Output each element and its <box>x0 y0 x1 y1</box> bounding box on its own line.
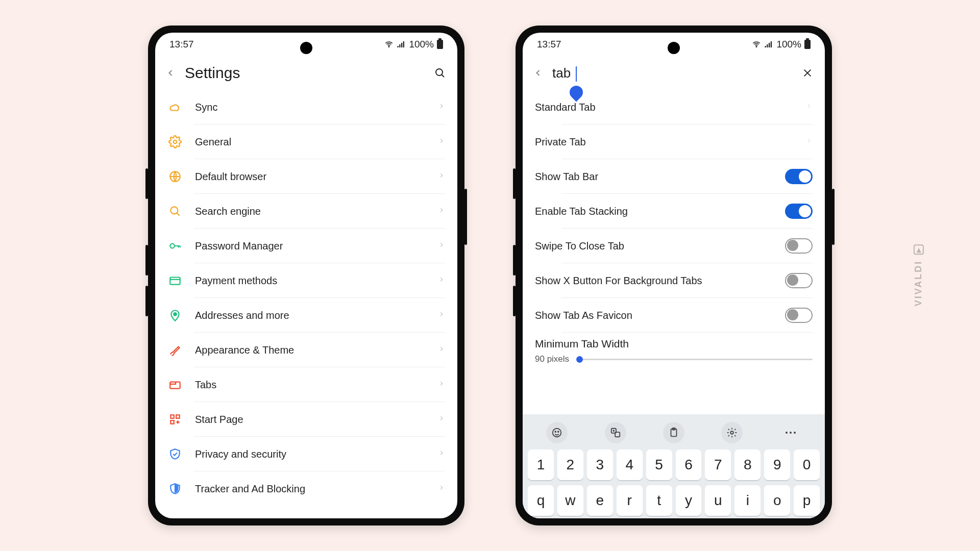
key-7[interactable]: 7 <box>705 449 731 480</box>
toggle-swipe-close[interactable] <box>785 238 813 254</box>
svg-point-9 <box>170 207 178 214</box>
translate-button[interactable] <box>605 422 626 443</box>
emoji-button[interactable] <box>546 422 568 443</box>
result-label: Private Tab <box>535 136 793 148</box>
svg-point-19 <box>756 46 757 47</box>
svg-rect-17 <box>176 415 180 418</box>
svg-rect-2 <box>400 44 401 47</box>
keyboard-row-qwerty: q w e r t y u i o p <box>523 483 825 518</box>
brand-text: VIVALDI <box>913 260 924 307</box>
status-icons: 100% <box>752 39 811 50</box>
back-button[interactable] <box>531 66 545 80</box>
settings-item-tracker-blocking[interactable]: Tracker and Ad Blocking <box>155 471 457 506</box>
result-show-tab-bar[interactable]: Show Tab Bar <box>523 159 825 194</box>
settings-item-label: Tabs <box>195 379 426 391</box>
clipboard-button[interactable] <box>663 422 684 443</box>
key-y[interactable]: y <box>676 485 702 516</box>
slider-label: Minimum Tab Width <box>535 338 813 350</box>
svg-point-5 <box>436 69 443 76</box>
svg-line-6 <box>442 74 444 77</box>
page-title: Settings <box>185 64 426 82</box>
key-p[interactable]: p <box>794 485 820 516</box>
brush-icon <box>167 342 183 358</box>
svg-point-0 <box>389 46 390 47</box>
settings-item-tabs[interactable]: Tabs <box>155 367 457 402</box>
key-8[interactable]: 8 <box>734 449 761 480</box>
keyboard-toolbar <box>523 418 825 447</box>
result-tab-as-favicon[interactable]: Show Tab As Favicon <box>523 298 825 333</box>
settings-item-default-browser[interactable]: Default browser <box>155 159 457 194</box>
settings-item-label: Appearance & Theme <box>195 344 426 356</box>
key-9[interactable]: 9 <box>764 449 790 480</box>
settings-item-general[interactable]: General <box>155 124 457 159</box>
key-e[interactable]: e <box>587 485 613 516</box>
settings-item-label: Default browser <box>195 171 426 183</box>
clear-button[interactable] <box>800 66 815 80</box>
key-o[interactable]: o <box>764 485 790 516</box>
chevron-right-icon <box>438 172 445 181</box>
slider-track[interactable] <box>576 359 813 360</box>
back-button[interactable] <box>163 66 178 80</box>
clock: 13:57 <box>169 39 194 50</box>
settings-item-label: Search engine <box>195 206 426 217</box>
settings-item-search-engine[interactable]: Search engine <box>155 194 457 229</box>
result-private-tab[interactable]: Private Tab <box>523 124 825 159</box>
key-5[interactable]: 5 <box>646 449 672 480</box>
keyboard: 1 2 3 4 5 6 7 8 9 0 q w e r t y <box>523 414 825 518</box>
search-button[interactable] <box>433 66 447 80</box>
toggle-show-tab-bar[interactable] <box>785 169 813 184</box>
svg-point-35 <box>790 432 792 434</box>
chevron-right-icon <box>438 380 445 389</box>
key-t[interactable]: t <box>646 485 672 516</box>
settings-item-appearance[interactable]: Appearance & Theme <box>155 333 457 367</box>
more-button[interactable] <box>780 422 801 443</box>
key-i[interactable]: i <box>734 485 761 516</box>
result-label: Show X Button For Background Tabs <box>535 275 773 287</box>
svg-rect-22 <box>769 43 770 47</box>
key-4[interactable]: 4 <box>617 449 643 480</box>
result-show-x-button[interactable]: Show X Button For Background Tabs <box>523 263 825 298</box>
toggle-show-x[interactable] <box>785 273 813 288</box>
chevron-right-icon <box>438 345 445 355</box>
settings-item-label: General <box>195 136 426 148</box>
key-6[interactable]: 6 <box>676 449 702 480</box>
svg-point-33 <box>731 431 734 434</box>
settings-item-sync[interactable]: Sync <box>155 90 457 124</box>
screen-right: 13:57 100% tab <box>523 33 825 518</box>
shield-icon <box>167 481 183 496</box>
key-u[interactable]: u <box>705 485 731 516</box>
result-standard-tab[interactable]: Standard Tab <box>523 90 825 124</box>
svg-rect-20 <box>765 46 766 47</box>
settings-item-password-manager[interactable]: Password Manager <box>155 229 457 263</box>
search-input[interactable]: tab <box>552 65 793 81</box>
settings-item-label: Privacy and security <box>195 448 426 460</box>
svg-point-34 <box>786 432 788 434</box>
svg-rect-4 <box>403 41 404 47</box>
key-r[interactable]: r <box>617 485 643 516</box>
svg-point-28 <box>558 431 559 432</box>
result-enable-tab-stacking[interactable]: Enable Tab Stacking <box>523 194 825 229</box>
svg-rect-1 <box>398 46 399 47</box>
camera-hole <box>668 42 680 54</box>
settings-item-addresses[interactable]: Addresses and more <box>155 298 457 333</box>
slider-thumb[interactable] <box>576 356 583 363</box>
settings-item-start-page[interactable]: Start Page <box>155 402 457 437</box>
result-swipe-close-tab[interactable]: Swipe To Close Tab <box>523 229 825 263</box>
settings-item-label: Payment methods <box>195 275 426 287</box>
key-w[interactable]: w <box>557 485 583 516</box>
battery-text: 100% <box>409 39 434 50</box>
toggle-favicon[interactable] <box>785 308 813 323</box>
svg-rect-21 <box>767 44 768 47</box>
settings-item-payment-methods[interactable]: Payment methods <box>155 263 457 298</box>
key-0[interactable]: 0 <box>794 449 820 480</box>
key-q[interactable]: q <box>528 485 554 516</box>
toggle-tab-stacking[interactable] <box>785 204 813 219</box>
key-1[interactable]: 1 <box>528 449 554 480</box>
status-icons: 100% <box>384 39 443 50</box>
key-2[interactable]: 2 <box>557 449 583 480</box>
settings-item-label: Start Page <box>195 414 426 425</box>
key-3[interactable]: 3 <box>587 449 613 480</box>
settings-item-privacy[interactable]: Privacy and security <box>155 437 457 471</box>
result-label: Show Tab Bar <box>535 171 773 183</box>
settings-button[interactable] <box>721 422 743 443</box>
